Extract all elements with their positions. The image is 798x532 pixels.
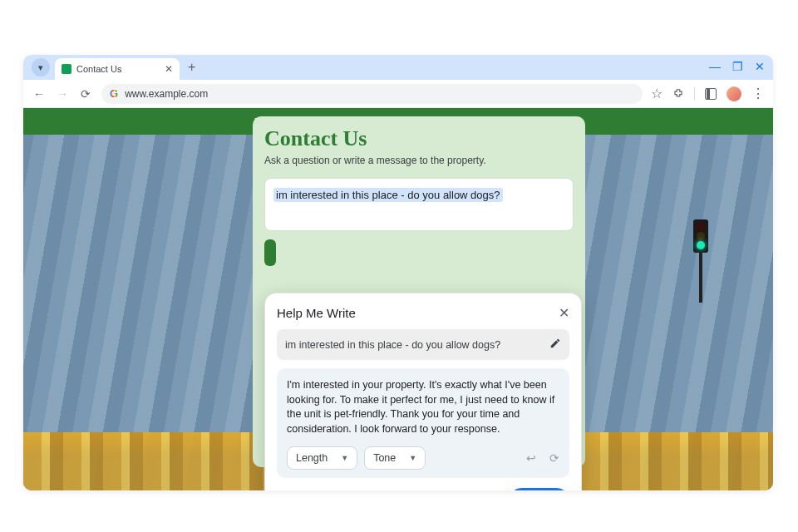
- browser-window: ▾ Contact Us ✕ + — ❐ ✕ ← → ⟳ G www.examp…: [23, 55, 773, 490]
- back-button[interactable]: ←: [32, 87, 47, 101]
- undo-button[interactable]: ↩: [526, 451, 536, 465]
- prompt-text: im interested in this place - do you all…: [285, 339, 500, 351]
- forward-button[interactable]: →: [55, 87, 70, 101]
- maximize-button[interactable]: ❐: [732, 60, 743, 73]
- side-panel-button[interactable]: [705, 88, 717, 100]
- help-me-write-popover: Help Me Write ✕ im interested in this pl…: [264, 293, 582, 490]
- message-textarea[interactable]: im interested in this place - do you all…: [264, 178, 574, 231]
- tone-dropdown[interactable]: Tone ▼: [364, 446, 426, 470]
- url-text: www.example.com: [125, 88, 208, 100]
- chevron-down-icon: ▾: [38, 62, 43, 73]
- bookmark-button[interactable]: ☆: [651, 86, 663, 101]
- length-dropdown[interactable]: Length ▼: [287, 446, 357, 470]
- edit-prompt-button[interactable]: [549, 337, 561, 352]
- length-label: Length: [296, 452, 328, 464]
- traffic-light-decor: [693, 219, 708, 303]
- page-content: Home Support Chat FAQs Resources About C…: [23, 108, 773, 490]
- tab-close-button[interactable]: ✕: [165, 63, 173, 75]
- close-window-button[interactable]: ✕: [755, 60, 765, 73]
- chevron-down-icon: ▼: [409, 454, 416, 462]
- message-selected-text: im interested in this place - do you all…: [273, 188, 503, 202]
- minimize-button[interactable]: —: [709, 60, 721, 73]
- profile-avatar[interactable]: [727, 86, 741, 101]
- chevron-down-icon: ▼: [341, 454, 348, 462]
- extensions-button[interactable]: [672, 88, 684, 100]
- generated-box: I'm interested in your property. It's ex…: [277, 368, 569, 478]
- toolbar-divider: [694, 87, 695, 101]
- google-icon: G: [110, 87, 118, 100]
- prompt-row: im interested in this place - do you all…: [277, 329, 569, 360]
- regenerate-button[interactable]: ⟳: [549, 451, 559, 465]
- address-bar[interactable]: G www.example.com: [101, 84, 643, 104]
- search-tabs-button[interactable]: ▾: [32, 58, 50, 76]
- generated-text: I'm interested in your property. It's ex…: [287, 378, 559, 436]
- popover-title: Help Me Write: [277, 306, 356, 320]
- insert-button[interactable]: Insert: [509, 488, 569, 490]
- browser-tab[interactable]: Contact Us ✕: [55, 58, 180, 80]
- disclaimer-text: This is an experimental AI writing aid a…: [277, 489, 451, 490]
- tab-title: Contact Us: [76, 64, 121, 74]
- reload-button[interactable]: ⟳: [78, 87, 93, 101]
- browser-toolbar: ← → ⟳ G www.example.com ☆ ⋮: [23, 80, 773, 108]
- favicon-icon: [62, 64, 71, 74]
- close-popover-button[interactable]: ✕: [559, 305, 569, 321]
- new-tab-button[interactable]: +: [188, 60, 195, 75]
- submit-button[interactable]: [264, 239, 276, 266]
- menu-button[interactable]: ⋮: [751, 86, 765, 101]
- page-subtitle: Ask a question or write a message to the…: [264, 155, 574, 166]
- tab-strip: ▾ Contact Us ✕ + — ❐ ✕: [23, 55, 773, 80]
- page-title: Contact Us: [264, 126, 574, 151]
- tone-label: Tone: [373, 452, 396, 464]
- pencil-icon: [549, 337, 561, 349]
